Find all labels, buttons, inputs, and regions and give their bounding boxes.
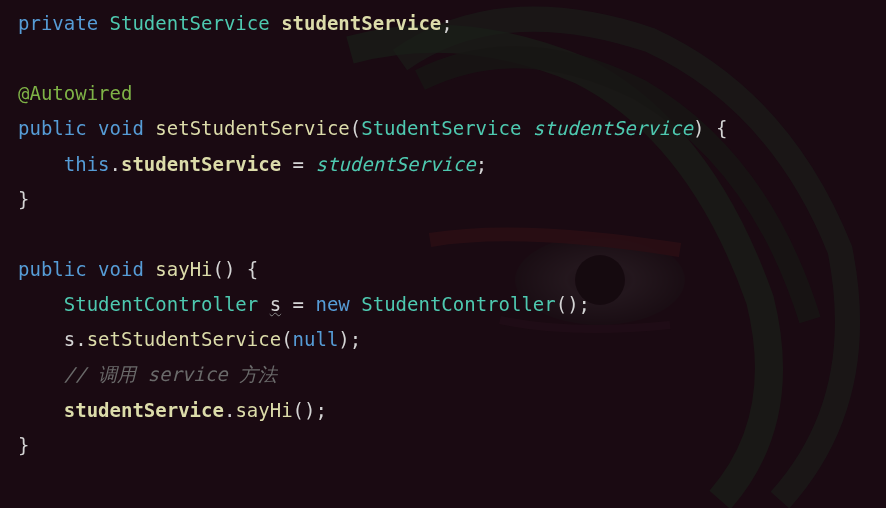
code-line-1: private StudentService studentService;	[18, 6, 868, 41]
semicolon: ;	[476, 153, 487, 175]
code-line-4: public void setStudentService(StudentSer…	[18, 111, 868, 146]
keyword-new: new	[315, 293, 349, 315]
keyword-private: private	[18, 12, 98, 34]
code-line-5: this.studentService = studentService;	[18, 147, 868, 182]
lparen: (	[350, 117, 361, 139]
code-line-9: StudentController s = new StudentControl…	[18, 287, 868, 322]
parens: ()	[213, 258, 236, 280]
semicolon: ;	[579, 293, 590, 315]
rparen: )	[338, 328, 349, 350]
indent	[18, 363, 64, 385]
annotation-autowired: @Autowired	[18, 82, 132, 104]
indent	[18, 153, 64, 175]
semicolon: ;	[350, 328, 361, 350]
code-line-blank	[18, 41, 868, 76]
keyword-void: void	[98, 117, 144, 139]
comment: // 调用 service 方法	[64, 363, 277, 385]
brace-open: {	[704, 117, 727, 139]
keyword-null: null	[293, 328, 339, 350]
method-name: sayHi	[155, 258, 212, 280]
param-name: studentService	[533, 117, 693, 139]
indent	[18, 293, 64, 315]
keyword-public: public	[18, 117, 87, 139]
constructor-type: StudentController	[361, 293, 555, 315]
parens: ()	[293, 399, 316, 421]
code-line-10: s.setStudentService(null);	[18, 322, 868, 357]
code-line-13: }	[18, 428, 868, 463]
code-line-8: public void sayHi() {	[18, 252, 868, 287]
brace-close: }	[18, 434, 29, 456]
keyword-this: this	[64, 153, 110, 175]
rparen: )	[693, 117, 704, 139]
param-type: StudentService	[361, 117, 521, 139]
dot: .	[75, 328, 86, 350]
method-call: sayHi	[235, 399, 292, 421]
semicolon: ;	[315, 399, 326, 421]
code-line-blank	[18, 217, 868, 252]
indent	[18, 328, 64, 350]
keyword-void: void	[98, 258, 144, 280]
field-ref: studentService	[121, 153, 281, 175]
parens: ()	[556, 293, 579, 315]
code-line-3: @Autowired	[18, 76, 868, 111]
assign-op: =	[281, 293, 315, 315]
semicolon: ;	[441, 12, 452, 34]
field-name: studentService	[281, 12, 441, 34]
code-line-11: // 调用 service 方法	[18, 357, 868, 392]
method-call: setStudentService	[87, 328, 281, 350]
type-name: StudentService	[110, 12, 270, 34]
local-var: s	[270, 293, 281, 315]
field-ref: studentService	[64, 399, 224, 421]
indent	[18, 399, 64, 421]
type-name: StudentController	[64, 293, 258, 315]
dot: .	[110, 153, 121, 175]
dot: .	[224, 399, 235, 421]
code-line-6: }	[18, 182, 868, 217]
brace-close: }	[18, 188, 29, 210]
var-ref: s	[64, 328, 75, 350]
code-line-12: studentService.sayHi();	[18, 393, 868, 428]
assign-op: =	[281, 153, 315, 175]
keyword-public: public	[18, 258, 87, 280]
lparen: (	[281, 328, 292, 350]
code-editor[interactable]: private StudentService studentService; @…	[18, 6, 868, 463]
brace-open: {	[235, 258, 258, 280]
method-name: setStudentService	[155, 117, 349, 139]
param-ref: studentService	[315, 153, 475, 175]
